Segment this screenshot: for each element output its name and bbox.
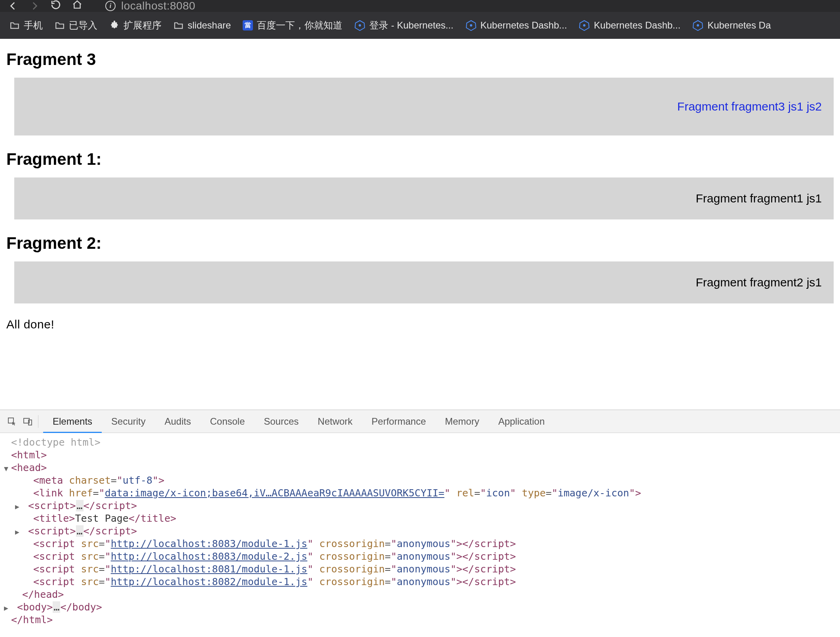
fragment-heading: Fragment 1: [6, 150, 834, 169]
code-line[interactable]: <title>Test Page</title> [11, 512, 840, 525]
code-line[interactable]: <meta charset="utf-8"> [11, 474, 840, 487]
kubernetes-icon [692, 20, 703, 31]
code-line[interactable]: </html> [11, 614, 840, 626]
svg-point-3 [470, 24, 472, 27]
url-text: localhost:8080 [121, 0, 196, 12]
bookmark-label: 已导入 [69, 19, 97, 32]
tab-performance[interactable]: Performance [362, 410, 435, 433]
back-button[interactable] [8, 1, 18, 11]
kubernetes-icon [354, 20, 365, 31]
forward-button[interactable] [29, 1, 40, 11]
tab-sources[interactable]: Sources [255, 410, 308, 433]
tab-elements[interactable]: Elements [43, 410, 102, 433]
bookmark-label: 扩展程序 [124, 19, 162, 32]
fragment-box: Fragment fragment1 js1 [14, 177, 834, 219]
tab-security[interactable]: Security [102, 410, 155, 433]
bookmark-item[interactable]: Kubernetes Da [692, 20, 771, 31]
tab-network[interactable]: Network [308, 410, 362, 433]
bookmark-label: slideshare [188, 20, 231, 31]
folder-icon [10, 20, 20, 31]
code-line[interactable]: ▶ <script>…</script> [11, 525, 840, 538]
tab-console[interactable]: Console [200, 410, 254, 433]
bookmark-label: 手机 [24, 19, 43, 32]
bookmark-item[interactable]: 手机 [10, 19, 43, 32]
tab-memory[interactable]: Memory [435, 410, 489, 433]
puzzle-icon [109, 20, 120, 31]
bookmark-label: Kubernetes Dashb... [594, 20, 680, 31]
bookmark-item[interactable]: 登录 - Kubernetes... [354, 19, 453, 32]
bookmark-label: 百度一下，你就知道 [257, 19, 342, 32]
code-line[interactable]: ▶ <script>…</script> [11, 500, 840, 512]
fragment-heading: Fragment 3 [6, 50, 834, 69]
devtools-tabs: Elements Security Audits Console Sources… [0, 410, 840, 433]
bookmark-label: Kubernetes Dashb... [481, 20, 567, 31]
bookmark-label: 登录 - Kubernetes... [369, 19, 453, 32]
svg-point-5 [583, 24, 585, 27]
svg-point-7 [697, 24, 699, 27]
bookmark-label: Kubernetes Da [707, 20, 771, 31]
tab-application[interactable]: Application [489, 410, 554, 433]
elements-tree[interactable]: <!doctype html> <html> ▼<head> <meta cha… [0, 433, 840, 636]
separator [38, 415, 38, 428]
fragment-heading: Fragment 2: [6, 234, 834, 253]
kubernetes-icon [579, 20, 590, 31]
browser-nav-bar: i localhost:8080 [0, 0, 840, 12]
code-line[interactable]: <script src="http://localhost:8083/modul… [11, 538, 840, 550]
fragment-text: Fragment fragment2 js1 [696, 276, 822, 289]
fragment-box: Fragment fragment2 js1 [14, 261, 834, 303]
fragment-text: Fragment fragment3 js1 js2 [677, 100, 822, 113]
code-line[interactable]: <script src="http://localhost:8083/modul… [11, 550, 840, 563]
bookmark-item[interactable]: 當 百度一下，你就知道 [243, 19, 342, 32]
inspect-element-button[interactable] [4, 417, 20, 426]
kubernetes-icon [466, 20, 477, 31]
bookmark-item[interactable]: Kubernetes Dashb... [466, 20, 567, 31]
code-line[interactable]: <html> [11, 449, 840, 462]
code-line[interactable]: </head> [11, 588, 840, 601]
bookmark-item[interactable]: slideshare [173, 20, 231, 31]
tab-audits[interactable]: Audits [155, 410, 201, 433]
site-info-icon[interactable]: i [105, 1, 116, 11]
address-bar[interactable]: i localhost:8080 [105, 0, 196, 12]
bookmark-item[interactable]: 扩展程序 [109, 19, 162, 32]
code-doctype: <!doctype html> [11, 437, 101, 448]
folder-icon [173, 20, 184, 31]
code-line[interactable]: <script src="http://localhost:8082/modul… [11, 576, 840, 588]
bookmark-item[interactable]: Kubernetes Dashb... [579, 20, 680, 31]
devtools-panel: Elements Security Audits Console Sources… [0, 410, 840, 636]
svg-point-1 [359, 24, 361, 27]
code-line[interactable]: ▶ <body>…</body> [11, 601, 840, 614]
bookmarks-bar: 手机 已导入 扩展程序 slideshare 當 百度一下，你就知道 登录 - … [0, 12, 840, 39]
baidu-icon: 當 [243, 20, 253, 31]
device-toolbar-button[interactable] [20, 417, 36, 426]
fragment-box: Fragment fragment3 js1 js2 [14, 78, 834, 135]
code-line[interactable]: ▼<head> [11, 462, 840, 474]
reload-button[interactable] [51, 0, 61, 12]
code-line[interactable]: <script src="http://localhost:8081/modul… [11, 563, 840, 576]
footer-text: All done! [6, 318, 834, 331]
page-content: Fragment 3 Fragment fragment3 js1 js2 Fr… [0, 39, 840, 410]
home-button[interactable] [72, 0, 82, 12]
fragment-text: Fragment fragment1 js1 [696, 192, 822, 205]
bookmark-item[interactable]: 已导入 [55, 19, 97, 32]
code-line[interactable]: <link href="data:image/x-icon;base64,iV…… [11, 487, 840, 500]
folder-icon [55, 20, 65, 31]
